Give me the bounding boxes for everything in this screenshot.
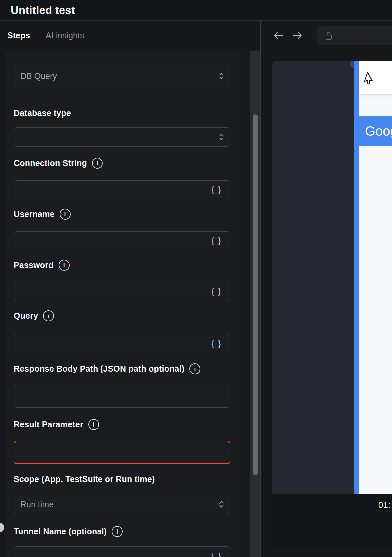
variable-insert-button[interactable]: { } [203, 232, 230, 250]
field-password: Passwordi{ } [14, 260, 230, 301]
browser-viewport: Goog 01: [261, 50, 392, 557]
app-window: Untitled test Steps AI insights DB Query… [0, 0, 392, 557]
label-result-parameter: Result Parameteri [14, 419, 230, 430]
input-username[interactable]: { } [14, 231, 230, 250]
page-content-area: Goog [359, 61, 392, 494]
input-tunnel-name-optional[interactable]: { } [14, 546, 230, 557]
info-icon[interactable]: i [88, 419, 99, 430]
tab-ai-insights[interactable]: AI insights [46, 31, 84, 40]
steps-panel: Steps AI insights DB QueryDatabase typeC… [0, 21, 261, 557]
info-icon[interactable]: i [189, 363, 200, 374]
info-icon[interactable]: i [60, 209, 71, 220]
field-tunnel-name-optional: Tunnel Name (optional)i{ } [14, 526, 230, 557]
field-username: Usernamei{ } [14, 209, 230, 250]
variable-insert-button[interactable]: { } [203, 181, 230, 199]
collapsed-side-rail [0, 50, 6, 557]
lock-icon [325, 31, 332, 40]
tab-steps[interactable]: Steps [7, 31, 30, 40]
variable-insert-button[interactable]: { } [203, 334, 230, 353]
label-password: Passwordi [14, 260, 230, 271]
info-icon[interactable]: i [92, 158, 103, 169]
input-result-parameter[interactable] [14, 441, 230, 464]
title-bar: Untitled test [0, 0, 392, 21]
input-password[interactable]: { } [14, 282, 230, 301]
field-query: Queryi{ } [14, 310, 230, 353]
field-result-parameter: Result Parameteri [14, 419, 230, 464]
label-response-body-path-json-path-optional: Response Body Path (JSON path optional)i [14, 363, 230, 374]
scrollbar-thumb[interactable] [253, 114, 258, 475]
replay-video-frame[interactable]: Goog [272, 61, 392, 494]
replay-timestamp: 01: [378, 500, 390, 510]
google-banner-text: Goog [359, 124, 392, 139]
url-bar[interactable] [317, 26, 392, 45]
input-response-body-path-json-path-optional[interactable] [14, 385, 230, 408]
tab-bar: Steps AI insights [0, 21, 261, 50]
label-database-type: Database type [14, 108, 230, 118]
input-connection-string[interactable]: { } [14, 180, 230, 199]
select-scope-app-testsuite-or-run-time[interactable]: Run time [14, 495, 230, 514]
action-type-select[interactable]: DB Query [14, 66, 230, 86]
action-type-value: DB Query [14, 71, 57, 81]
field-response-body-path-json-path-optional: Response Body Path (JSON path optional)i [14, 363, 230, 408]
back-arrow-icon[interactable] [274, 31, 284, 40]
info-icon[interactable]: i [112, 526, 123, 537]
page-title: Untitled test [11, 4, 75, 17]
browser-preview-panel: Goog 01: [261, 21, 392, 557]
forward-arrow-icon[interactable] [292, 31, 302, 40]
variable-insert-button[interactable]: { } [203, 547, 230, 557]
browser-toolbar [261, 21, 392, 50]
input-query[interactable]: { } [14, 334, 230, 353]
field-scope-app-testsuite-or-run-time: Scope (App, TestSuite or Run time)Run ti… [14, 474, 230, 514]
label-username: Usernamei [14, 209, 230, 220]
info-icon[interactable]: i [43, 310, 54, 321]
replay-controls-bar[interactable]: 01: [272, 494, 392, 547]
scrollbar[interactable] [250, 51, 260, 557]
field-database-type: Database type [14, 108, 230, 147]
label-tunnel-name-optional: Tunnel Name (optional)i [14, 526, 230, 537]
info-icon[interactable]: i [59, 260, 70, 271]
label-scope-app-testsuite-or-run-time: Scope (App, TestSuite or Run time) [14, 474, 230, 484]
google-banner: Goog [359, 116, 392, 146]
scroll-gutter [240, 51, 250, 557]
variable-insert-button[interactable]: { } [203, 282, 230, 301]
field-connection-string: Connection Stringi{ } [14, 158, 230, 199]
label-connection-string: Connection Stringi [14, 158, 230, 169]
step-config-form: DB QueryDatabase typeConnection Stringi{… [6, 51, 239, 557]
label-query: Queryi [14, 310, 230, 321]
page-blue-strip [354, 61, 359, 494]
rail-handle-button[interactable] [0, 523, 4, 532]
mouse-cursor-icon [364, 71, 378, 85]
select-database-type[interactable] [14, 127, 230, 147]
